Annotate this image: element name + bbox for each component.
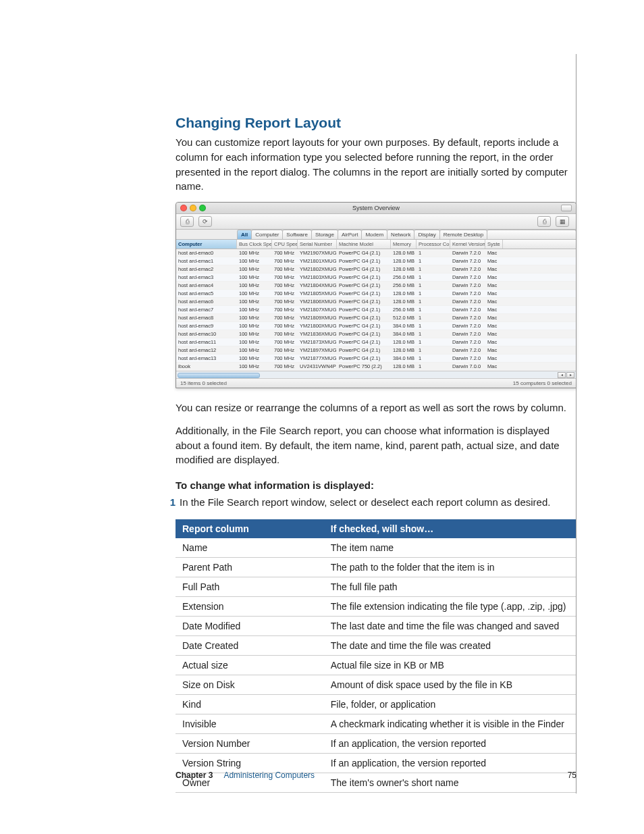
- tab-network[interactable]: Network: [387, 230, 414, 239]
- table-cell: 100 MHz: [237, 314, 272, 321]
- defs-col-name: Parent Path: [176, 557, 324, 577]
- table-cell: Mac: [485, 257, 503, 265]
- column-system[interactable]: Syste: [485, 240, 503, 249]
- tab-airport[interactable]: AirPort: [338, 230, 362, 239]
- column-cpu-speed[interactable]: CPU Speed: [272, 240, 298, 249]
- tab-software[interactable]: Software: [282, 230, 312, 239]
- scroll-left-icon[interactable]: ◂: [558, 372, 566, 378]
- export-button[interactable]: ⎙: [180, 216, 194, 227]
- collapse-button[interactable]: [561, 205, 572, 211]
- report-rows: host ard-emac0100 MHz700 MHzYM21907XMUGP…: [176, 249, 576, 371]
- table-cell: YM21836XMUG: [298, 330, 337, 338]
- table-row[interactable]: host ard-emac8100 MHz700 MHzYM21809XMUGP…: [176, 314, 576, 322]
- table-cell: 100 MHz: [237, 249, 272, 257]
- table-cell: 256.0 MB: [391, 273, 417, 281]
- table-cell: Darwin 7.2.0: [450, 355, 485, 362]
- print-button[interactable]: ⎙: [537, 216, 551, 227]
- table-cell: 100 MHz: [237, 265, 272, 273]
- horizontal-scrollbar[interactable]: ◂ ▸: [176, 371, 576, 378]
- table-cell: YM21804XMUG: [298, 282, 337, 289]
- table-row[interactable]: host ard-emac1100 MHz700 MHzYM21801XMUGP…: [176, 257, 576, 265]
- column-memory[interactable]: Memory: [391, 240, 417, 249]
- column-bus-clock-speed[interactable]: Bus Clock Speed: [237, 240, 272, 249]
- minimize-icon[interactable]: [190, 205, 196, 211]
- table-cell: Darwin 7.0.0: [450, 363, 485, 370]
- table-cell: PowerPC 750 (2.2): [337, 363, 391, 370]
- table-row: InvisibleA checkmark indicating whether …: [176, 714, 576, 733]
- table-cell: YM21907XMUG: [298, 249, 337, 257]
- table-cell: YM21873XMUG: [298, 338, 337, 346]
- table-row[interactable]: host ard-emac0100 MHz700 MHzYM21907XMUGP…: [176, 249, 576, 257]
- table-row[interactable]: host ard-emac12100 MHz700 MHzYM21897XMUG…: [176, 346, 576, 355]
- table-cell: Darwin 7.2.0: [450, 265, 485, 273]
- action-button[interactable]: ▦: [556, 216, 569, 227]
- tab-storage[interactable]: Storage: [311, 230, 338, 239]
- table-cell: 256.0 MB: [391, 282, 417, 289]
- table-cell: 100 MHz: [237, 322, 272, 330]
- table-cell: Mac: [485, 363, 503, 370]
- tab-all[interactable]: All: [237, 230, 252, 239]
- table-row[interactable]: host ard-emac3100 MHz700 MHzYM21803XMUGP…: [176, 273, 576, 282]
- table-cell: Mac: [485, 322, 503, 330]
- table-cell: YM21877XMUG: [298, 355, 337, 362]
- defs-col-desc: The item name: [324, 538, 576, 558]
- table-cell: YM21805XMUG: [298, 290, 337, 297]
- table-row[interactable]: host ard-emac11100 MHz700 MHzYM21873XMUG…: [176, 338, 576, 346]
- table-cell: PowerPC G4 (2.1): [337, 306, 391, 313]
- table-row[interactable]: host ard-emac6100 MHz700 MHzYM21806XMUGP…: [176, 298, 576, 306]
- defs-col-name: Version String: [176, 753, 324, 773]
- tab-remote-desktop[interactable]: Remote Desktop: [439, 230, 488, 239]
- table-row[interactable]: host ard-emac5100 MHz700 MHzYM21805XMUGP…: [176, 290, 576, 298]
- defs-col-name: Date Created: [176, 635, 324, 655]
- table-row: Version StringIf an application, the ver…: [176, 753, 576, 773]
- table-row[interactable]: ibook100 MHz700 MHzUV2431VWN4PPowerPC 75…: [176, 363, 576, 371]
- table-cell: 384.0 MB: [391, 355, 417, 362]
- table-row[interactable]: host ard-emac7100 MHz700 MHzYM21807XMUGP…: [176, 306, 576, 314]
- close-icon[interactable]: [180, 205, 187, 211]
- tab-modem[interactable]: Modem: [361, 230, 387, 239]
- scrollbar-thumb[interactable]: [178, 373, 260, 378]
- table-cell: 256.0 MB: [391, 306, 417, 313]
- table-cell: Mac: [485, 314, 503, 321]
- table-cell: 128.0 MB: [391, 290, 417, 297]
- table-cell: YM21803XMUG: [298, 273, 337, 281]
- table-cell: Mac: [485, 346, 503, 354]
- defs-col-desc: The path to the folder that the item is …: [324, 557, 576, 577]
- table-cell: 100 MHz: [237, 273, 272, 281]
- table-cell: YM21802XMUG: [298, 265, 337, 273]
- table-row[interactable]: host ard-emac9100 MHz700 MHzYM21800XMUGP…: [176, 322, 576, 330]
- table-cell: Darwin 7.2.0: [450, 322, 485, 330]
- tab-computer[interactable]: Computer: [251, 230, 283, 239]
- intro-paragraph: You can customize report layouts for you…: [176, 135, 576, 194]
- column-computer[interactable]: Computer: [176, 240, 237, 249]
- table-cell: 1: [417, 363, 450, 370]
- column-processor-count[interactable]: Processor Count: [417, 240, 450, 249]
- table-cell: YM21897XMUG: [298, 346, 337, 354]
- table-row: Version NumberIf an application, the ver…: [176, 733, 576, 753]
- table-cell: Darwin 7.2.0: [450, 257, 485, 265]
- table-cell: PowerPC G4 (2.1): [337, 290, 391, 297]
- table-cell: host ard-emac9: [176, 322, 237, 330]
- toolbar-right: ⎙ ▦: [537, 216, 572, 227]
- table-row[interactable]: host ard-emac13100 MHz700 MHzYM21877XMUG…: [176, 355, 576, 363]
- table-cell: 100 MHz: [237, 298, 272, 305]
- column-machine-model[interactable]: Machine Model: [337, 240, 391, 249]
- tab-display[interactable]: Display: [414, 230, 439, 239]
- table-row[interactable]: host ard-emac2100 MHz700 MHzYM21802XMUGP…: [176, 265, 576, 273]
- defs-col-desc: File, folder, or application: [324, 694, 576, 714]
- zoom-icon[interactable]: [199, 205, 206, 211]
- footer-left: Chapter 3 Administering Computers: [176, 771, 315, 780]
- table-cell: 128.0 MB: [391, 298, 417, 305]
- defs-col-name: Full Path: [176, 577, 324, 596]
- table-cell: host ard-emac8: [176, 314, 237, 321]
- table-cell: PowerPC G4 (2.1): [337, 273, 391, 281]
- scroll-right-icon[interactable]: ▸: [566, 372, 574, 378]
- column-serial-number[interactable]: Serial Number: [298, 240, 337, 249]
- page-footer: Chapter 3 Administering Computers 75: [176, 771, 576, 780]
- refresh-button[interactable]: ⟳: [198, 216, 212, 227]
- table-row[interactable]: host ard-emac10100 MHz700 MHzYM21836XMUG…: [176, 330, 576, 338]
- table-row[interactable]: host ard-emac4100 MHz700 MHzYM21804XMUGP…: [176, 282, 576, 290]
- column-kernel-version[interactable]: Kernel Version: [450, 240, 485, 249]
- table-cell: Mac: [485, 306, 503, 313]
- header-report-column: Report column: [176, 519, 324, 538]
